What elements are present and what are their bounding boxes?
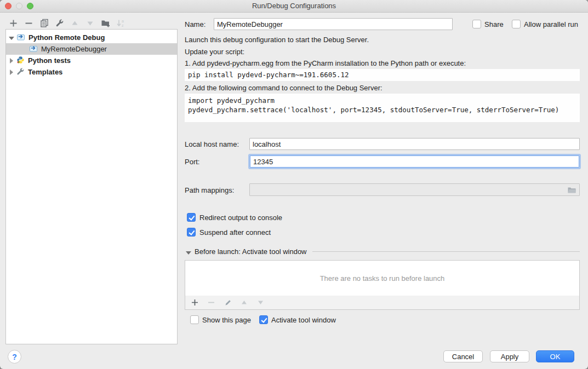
tree-item-label: Templates <box>27 68 62 76</box>
activate-tool-window-checkbox[interactable] <box>259 315 268 324</box>
add-icon[interactable] <box>9 19 18 28</box>
window-title: Run/Debug Configurations <box>0 2 588 10</box>
move-down-icon <box>85 19 95 28</box>
activate-tool-window-label: Activate tool window <box>271 316 336 324</box>
settrace-code: import pydevd_pycharm pydevd_pycharm.set… <box>185 94 580 122</box>
new-folder-icon[interactable] <box>101 19 110 28</box>
update-script-text: Update your script: <box>185 48 244 56</box>
share-label: Share <box>484 20 504 28</box>
move-up-icon <box>70 19 79 28</box>
redirect-output-label: Redirect output to console <box>199 214 282 222</box>
suspend-after-connect-label: Suspend after connect <box>199 228 271 237</box>
titlebar: Run/Debug Configurations <box>0 0 588 13</box>
tree-item-myremotedebugger[interactable]: MyRemoteDebugger <box>6 43 177 55</box>
share-checkbox[interactable] <box>472 20 481 28</box>
tree-item-label: MyRemoteDebugger <box>40 45 107 53</box>
remove-icon[interactable] <box>24 19 33 28</box>
intro-text: Launch this debug configuration to start… <box>185 36 369 44</box>
before-launch-title: Before launch: Activate tool window <box>195 247 307 256</box>
move-task-down-icon <box>256 298 265 307</box>
run-debug-configurations-window: Run/Debug Configurations az <box>0 0 588 369</box>
chevron-right-icon[interactable] <box>9 58 14 64</box>
apply-button[interactable]: Apply <box>490 350 529 362</box>
python-icon <box>16 56 25 66</box>
tree-toolbar: az <box>9 17 125 29</box>
empty-tasks-text: There are no tasks to run before launch <box>320 274 445 282</box>
chevron-down-icon[interactable] <box>9 35 14 41</box>
tree-item-templates[interactable]: Templates <box>6 66 177 78</box>
settrace-code-line2: pydevd_pycharm.settrace('localhost', por… <box>188 105 576 114</box>
question-mark-icon: ? <box>12 353 17 361</box>
suspend-after-connect-checkbox[interactable] <box>187 228 196 237</box>
copy-icon[interactable] <box>39 19 49 28</box>
step1-text: 1. Add pydevd-pycharm.egg from the PyCha… <box>185 59 466 67</box>
settrace-code-line1: import pydevd_pycharm <box>188 96 576 105</box>
before-launch-task-list[interactable]: There are no tasks to run before launch <box>185 260 580 296</box>
cancel-button[interactable]: Cancel <box>443 350 483 362</box>
local-host-label: Local host name: <box>185 140 239 148</box>
name-input[interactable] <box>214 18 453 30</box>
local-host-input[interactable] <box>249 138 580 150</box>
allow-parallel-run-label: Allow parallel run <box>524 20 578 28</box>
add-task-icon[interactable] <box>190 298 199 307</box>
ok-button-label: OK <box>550 353 561 361</box>
sort-icon: az <box>116 19 125 28</box>
tree-item-python-tests[interactable]: Python tests <box>6 55 177 66</box>
port-input[interactable] <box>250 155 579 168</box>
port-label: Port: <box>185 158 199 166</box>
allow-parallel-run-checkbox[interactable] <box>512 20 521 28</box>
chevron-down-icon[interactable] <box>186 250 191 255</box>
redirect-output-checkbox[interactable] <box>187 213 196 222</box>
tree-item-label: Python tests <box>27 56 71 65</box>
remote-debug-icon <box>16 33 25 43</box>
before-launch-header[interactable]: Before launch: Activate tool window <box>186 247 580 256</box>
pip-install-code: pip install pydevd-pycharm~=191.6605.12 <box>185 69 580 81</box>
remote-debug-icon <box>29 44 38 54</box>
folder-icon[interactable] <box>567 186 576 195</box>
svg-text:a: a <box>122 19 124 23</box>
configurations-tree: Python Remote Debug MyRemoteDebugger Pyt… <box>5 29 178 344</box>
wrench-icon <box>16 67 25 77</box>
edit-defaults-icon[interactable] <box>55 19 64 28</box>
separator-line <box>312 251 580 252</box>
move-task-up-icon <box>239 298 249 307</box>
chevron-right-icon[interactable] <box>9 70 14 75</box>
task-toolbar <box>185 296 580 310</box>
step2-text: 2. Add the following command to connect … <box>185 84 383 92</box>
tree-item-python-remote-debug[interactable]: Python Remote Debug <box>6 32 177 43</box>
ok-button[interactable]: OK <box>536 350 574 362</box>
remove-task-icon <box>207 298 216 307</box>
help-button[interactable]: ? <box>8 350 21 364</box>
apply-button-label: Apply <box>501 353 519 361</box>
show-this-page-checkbox[interactable] <box>190 315 199 324</box>
tree-item-label: Python Remote Debug <box>27 33 105 42</box>
path-mappings-field[interactable] <box>249 183 580 196</box>
show-this-page-label: Show this page <box>202 316 251 324</box>
edit-task-icon <box>223 298 232 307</box>
name-label: Name: <box>185 20 205 28</box>
svg-text:z: z <box>122 24 124 27</box>
path-mappings-label: Path mappings: <box>185 186 234 194</box>
cancel-button-label: Cancel <box>452 353 474 361</box>
